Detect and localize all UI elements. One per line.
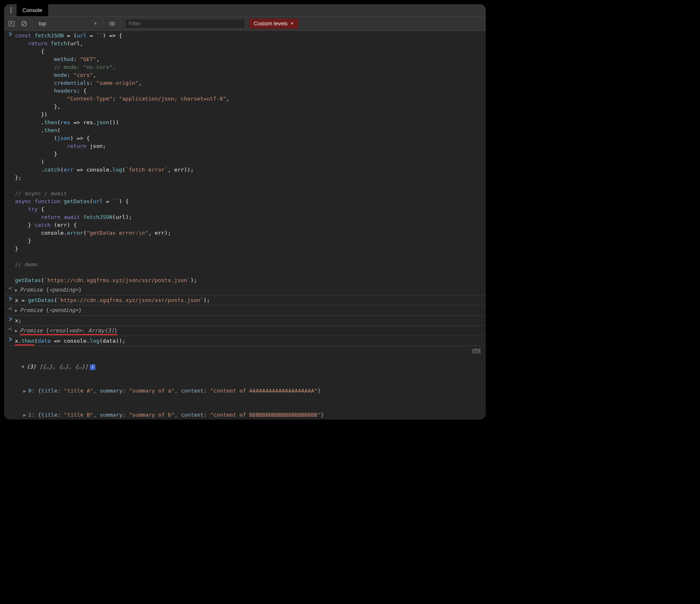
source-link[interactable]: VM4 — [472, 347, 484, 420]
output-chevron-icon — [6, 306, 15, 311]
expand-icon[interactable]: ▶ — [23, 387, 27, 395]
code-block: const fetchJSON = (url = ``) => { return… — [15, 32, 484, 284]
collapse-icon[interactable]: ▼ — [22, 363, 26, 371]
output-value[interactable]: ▶Promise {<pending>} — [15, 286, 484, 294]
sidebar-toggle-icon[interactable] — [7, 20, 16, 28]
console-input-row: x.then(data => console.log(data)); — [4, 336, 486, 346]
console-output-row: ▶Promise {<pending>} — [4, 305, 486, 316]
tabbar: Console — [4, 4, 486, 17]
output-chevron-icon — [6, 327, 15, 331]
item-content: content of BBBBBBBBBBBBBBBBBBBBB — [213, 412, 317, 418]
more-icon[interactable] — [7, 6, 15, 15]
console-output-row: ▶Promise {<resolved>: Array(3)} — [4, 326, 486, 336]
expand-icon[interactable]: ▶ — [15, 307, 19, 314]
output-chevron-icon — [6, 286, 15, 290]
console-output-row: ▶Promise {<pending>} — [4, 285, 486, 295]
input-chevron-icon — [6, 317, 15, 321]
clear-console-icon[interactable] — [20, 20, 28, 28]
devtools-window: Console top ▼ Custom levels ▼ — [4, 4, 486, 420]
code-line: x.then(data => console.log(data)); — [15, 337, 484, 345]
live-expression-icon[interactable] — [108, 20, 116, 28]
svg-point-4 — [111, 22, 113, 24]
item-summary: summary of b — [132, 412, 171, 418]
console-input-row: const fetchJSON = (url = ``) => { return… — [4, 31, 486, 285]
input-chevron-icon — [6, 296, 15, 301]
context-selector[interactable]: top ▼ — [37, 20, 99, 27]
item-title: title A — [67, 388, 90, 394]
expand-icon[interactable]: ▶ — [15, 286, 19, 294]
tab-console-label: Console — [22, 7, 42, 13]
console-log-row: ▼(3) [{…}, {…}, {…}]i ▶0: {title: "title… — [4, 346, 486, 420]
code-line: x = getDatas(`https://cdn.xgqfrms.xyz/js… — [15, 296, 484, 304]
info-icon[interactable]: i — [90, 364, 95, 370]
separator — [32, 20, 33, 28]
log-level-label: Custom levels — [254, 20, 288, 27]
svg-point-5 — [8, 288, 9, 289]
tab-console[interactable]: Console — [17, 4, 48, 16]
caret-down-icon: ▼ — [290, 21, 294, 26]
output-value[interactable]: ▶Promise {<resolved>: Array(3)} — [15, 327, 484, 335]
input-chevron-icon — [6, 32, 15, 36]
item-title: title B — [67, 412, 90, 418]
blank-gutter — [6, 347, 15, 347]
svg-point-6 — [8, 308, 9, 309]
console-toolbar: top ▼ Custom levels ▼ — [4, 17, 486, 31]
input-chevron-icon — [6, 337, 15, 341]
svg-line-2 — [22, 22, 26, 25]
output-value[interactable]: ▶Promise {<pending>} — [15, 306, 484, 314]
svg-point-7 — [8, 329, 9, 329]
array-expansion[interactable]: ▼(3) [{…}, {…}, {…}]i ▶0: {title: "title… — [15, 347, 484, 420]
separator — [120, 20, 121, 28]
item-content: content of AAAAAAAAAAAAAAAAAAAA — [213, 388, 314, 394]
expand-icon[interactable]: ▶ — [23, 411, 27, 419]
expand-icon[interactable]: ▶ — [15, 327, 19, 335]
console-input-row: x = getDatas(`https://cdn.xgqfrms.xyz/js… — [4, 295, 486, 305]
caret-down-icon: ▼ — [93, 21, 98, 26]
log-level-selector[interactable]: Custom levels ▼ — [250, 19, 299, 29]
code-line: x; — [15, 317, 484, 324]
item-summary: summary of a — [132, 388, 171, 394]
array-index: 1 — [28, 412, 32, 418]
context-selector-label: top — [39, 20, 46, 27]
array-index: 0 — [28, 388, 32, 394]
console-input-row: x; — [4, 316, 486, 326]
console-output[interactable]: const fetchJSON = (url = ``) => { return… — [4, 31, 486, 420]
filter-input[interactable] — [125, 19, 245, 29]
separator — [103, 20, 104, 28]
